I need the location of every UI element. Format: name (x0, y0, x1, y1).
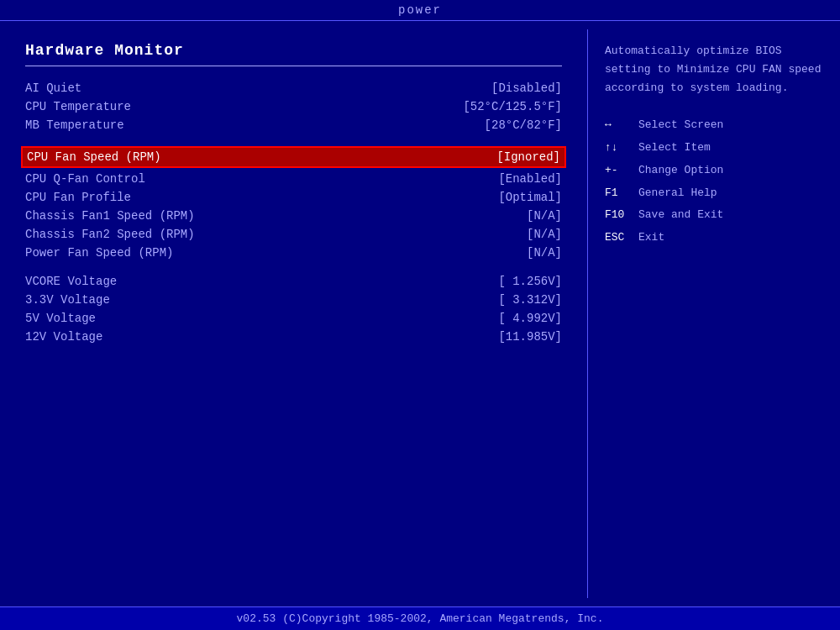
menu-item-label: Chassis Fan2 Speed (RPM) (25, 228, 195, 241)
key-description: Select Item (638, 139, 711, 157)
menu-item-value: [Ignored] (496, 150, 560, 164)
menu-spacer (25, 134, 562, 144)
menu-item-value: [28°C/82°F] (485, 118, 562, 132)
bios-screen: power Hardware Monitor AI Quiet[Disabled… (0, 0, 840, 630)
main-content: Hardware Monitor AI Quiet[Disabled]CPU T… (0, 21, 840, 606)
menu-item: 3.3V Voltage[ 3.312V] (25, 291, 562, 309)
menu-item-label: Power Fan Speed (RPM) (25, 246, 173, 260)
menu-item-value: [N/A] (527, 246, 562, 260)
key-symbol: +- (605, 162, 638, 180)
menu-item-value: [N/A] (527, 209, 562, 223)
menu-item: Power Fan Speed (RPM)[N/A] (25, 244, 562, 262)
top-bar: power (0, 0, 840, 21)
key-description: General Help (638, 185, 717, 202)
menu-item: VCORE Voltage[ 1.256V] (25, 272, 562, 291)
key-symbol: ↔ (605, 117, 638, 134)
menu-item-label: CPU Fan Profile (25, 191, 131, 204)
bottom-bar-text: v02.53 (C)Copyright 1985-2002, American … (237, 612, 604, 625)
menu-item: Chassis Fan2 Speed (RPM)[N/A] (25, 225, 562, 244)
right-panel-inner: Automatically optimize BIOS setting to M… (605, 42, 823, 585)
menu-item-label: VCORE Voltage (25, 275, 117, 288)
menu-item[interactable]: CPU Fan Speed (RPM)[Ignored] (21, 146, 566, 168)
menu-item-value: [ 4.992V] (498, 312, 562, 325)
menu-item-label: CPU Q-Fan Control (25, 172, 145, 186)
menu-item-label: CPU Fan Speed (RPM) (27, 150, 161, 164)
key-help-item: F10Save and Exit (605, 204, 823, 227)
key-help-item: F1General Help (605, 182, 823, 205)
menu-item: CPU Temperature[52°C/125.5°F] (25, 97, 562, 116)
menu-item-label: Chassis Fan1 Speed (RPM) (25, 209, 195, 223)
right-panel: Automatically optimize BIOS setting to M… (588, 29, 840, 598)
menu-item-value: [Enabled] (498, 172, 562, 186)
menu-item-label: 12V Voltage (25, 330, 102, 344)
key-help-item: ↑↓Select Item (605, 137, 823, 160)
menu-item-label: AI Quiet (25, 81, 81, 95)
menu-item: MB Temperature[28°C/82°F] (25, 116, 562, 134)
key-description: Select Screen (638, 117, 723, 134)
menu-item-value: [Disabled] (491, 81, 562, 95)
menu-item-value: [11.985V] (498, 330, 562, 344)
section-title: Hardware Monitor (25, 42, 562, 59)
section-divider (25, 66, 562, 66)
menu-item: 5V Voltage[ 4.992V] (25, 309, 562, 328)
key-symbol: ESC (605, 229, 638, 247)
menu-item-value: [N/A] (527, 228, 562, 241)
menu-item-value: [ 1.256V] (498, 275, 562, 288)
menu-item-label: CPU Temperature (25, 100, 131, 113)
key-help-item: +-Change Option (605, 160, 823, 182)
menu-item-label: MB Temperature (25, 118, 124, 132)
key-help-item: ↔Select Screen (605, 114, 823, 137)
menu-items-container: AI Quiet[Disabled]CPU Temperature[52°C/1… (25, 79, 562, 346)
left-panel: Hardware Monitor AI Quiet[Disabled]CPU T… (0, 29, 588, 598)
help-description: Automatically optimize BIOS setting to M… (605, 42, 823, 97)
key-symbol: F10 (605, 207, 638, 224)
key-description: Exit (638, 229, 664, 247)
menu-item-value: [52°C/125.5°F] (463, 100, 562, 113)
key-help-item: ESCExit (605, 227, 823, 249)
menu-item: 12V Voltage[11.985V] (25, 328, 562, 346)
menu-item: CPU Q-Fan Control[Enabled] (25, 170, 562, 188)
key-symbol: ↑↓ (605, 139, 638, 157)
key-help-container: ↔Select Screen↑↓Select Item+-Change Opti… (605, 114, 823, 249)
key-description: Change Option (638, 162, 723, 180)
bottom-bar: v02.53 (C)Copyright 1985-2002, American … (0, 606, 840, 630)
menu-item: CPU Fan Profile[Optimal] (25, 188, 562, 207)
key-symbol: F1 (605, 185, 638, 202)
menu-item-label: 5V Voltage (25, 312, 96, 325)
menu-item: Chassis Fan1 Speed (RPM)[N/A] (25, 207, 562, 225)
key-description: Save and Exit (638, 207, 723, 224)
menu-item-value: [Optimal] (498, 191, 562, 204)
menu-spacer (25, 262, 562, 272)
top-bar-title: power (398, 3, 442, 17)
menu-item-value: [ 3.312V] (498, 293, 562, 307)
menu-item-label: 3.3V Voltage (25, 293, 110, 307)
menu-item: AI Quiet[Disabled] (25, 79, 562, 97)
